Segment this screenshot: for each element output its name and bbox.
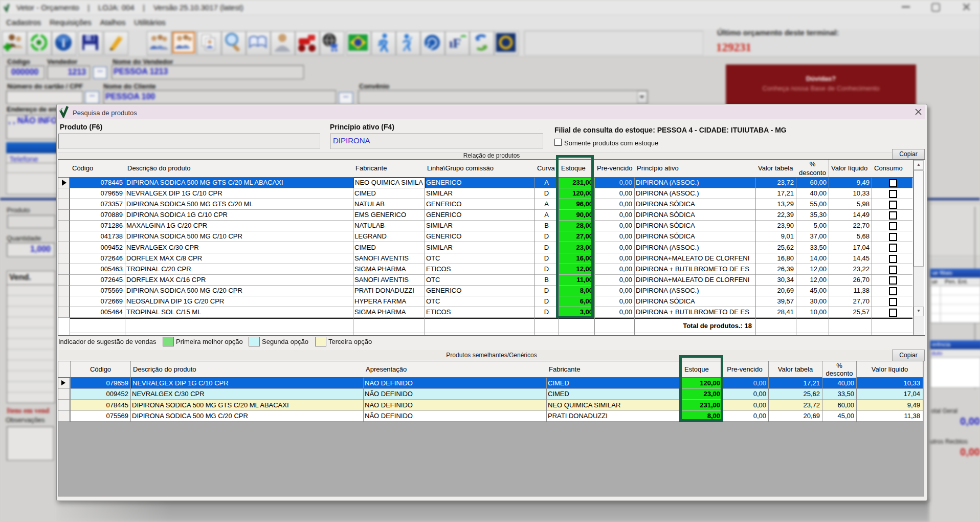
svg-text:i: i: [62, 36, 65, 50]
svg-text:ıF: ıF: [449, 36, 461, 51]
